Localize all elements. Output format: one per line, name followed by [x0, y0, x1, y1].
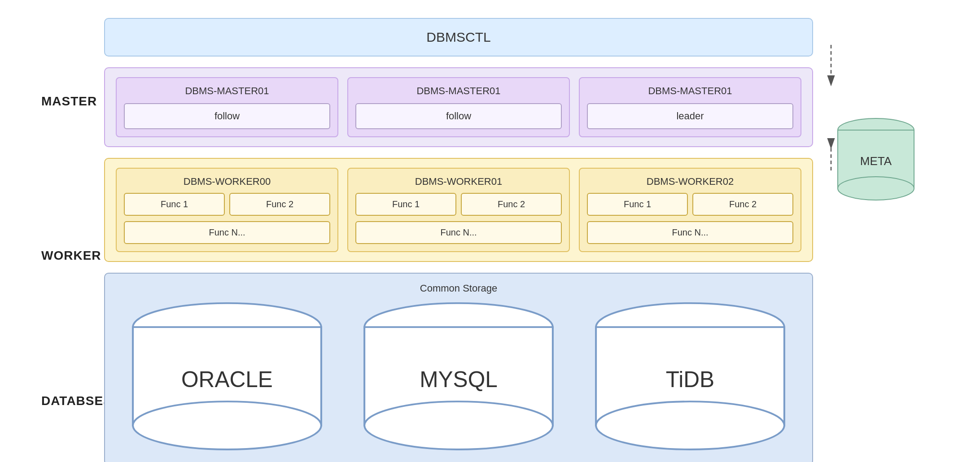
svg-text:MYSQL: MYSQL	[420, 367, 498, 392]
worker-1-funcN: Func N...	[355, 221, 562, 244]
svg-point-16	[596, 401, 784, 449]
databases-row: ORACLE MYSQL	[116, 301, 801, 455]
master-node-2: DBMS-MASTER01 follow	[347, 77, 570, 137]
worker-node-1: DBMS-WORKER01 Func 1 Func 2 Func N...	[347, 168, 570, 252]
worker-node-0: DBMS-WORKER00 Func 1 Func 2 Func N...	[116, 168, 338, 252]
main-content: DBMSCTL DBMS-MASTER01 follow DBMS-MASTER…	[104, 18, 813, 462]
meta-container: META	[831, 117, 921, 206]
worker-node-2: DBMS-WORKER02 Func 1 Func 2 Func N...	[579, 168, 801, 252]
tidb-cylinder: TiDB	[579, 301, 801, 455]
svg-point-24	[838, 177, 914, 200]
databases-section-title: Common Storage	[116, 283, 801, 294]
worker-node-1-title: DBMS-WORKER01	[355, 176, 562, 187]
master-node-1-role: follow	[124, 103, 330, 129]
svg-text:TiDB: TiDB	[666, 367, 714, 392]
svg-text:ORACLE: ORACLE	[181, 367, 273, 392]
master-node-3-title: DBMS-MASTER01	[648, 85, 732, 97]
svg-text:META: META	[860, 154, 892, 168]
master-section: DBMS-MASTER01 follow DBMS-MASTER01 follo…	[104, 67, 813, 147]
master-node-3-role: leader	[587, 103, 793, 129]
mysql-cylinder: MYSQL	[347, 301, 570, 455]
worker-1-func1: Func 1	[355, 193, 456, 216]
worker-0-funcs-row: Func 1 Func 2	[124, 193, 330, 216]
databases-label: DATABSES	[41, 394, 104, 408]
master-node-1-title: DBMS-MASTER01	[185, 85, 269, 97]
worker-label: WORKER	[41, 248, 104, 263]
worker-2-func2: Func 2	[692, 193, 793, 216]
dbmsctl-label: DBMSCTL	[426, 30, 490, 44]
master-node-1: DBMS-MASTER01 follow	[116, 77, 338, 137]
worker-node-2-title: DBMS-WORKER02	[587, 176, 793, 187]
oracle-svg: ORACLE	[116, 301, 338, 455]
master-node-3: DBMS-MASTER01 leader	[579, 77, 801, 137]
oracle-cylinder: ORACLE	[116, 301, 338, 455]
worker-0-funcN: Func N...	[124, 221, 330, 244]
master-node-2-role: follow	[355, 103, 562, 129]
worker-2-funcs-row: Func 1 Func 2	[587, 193, 793, 216]
svg-point-4	[133, 401, 321, 449]
worker-1-func2: Func 2	[461, 193, 562, 216]
worker-1-funcs-row: Func 1 Func 2	[355, 193, 562, 216]
mysql-svg: MYSQL	[347, 301, 570, 455]
tidb-svg: TiDB	[579, 301, 801, 455]
master-node-2-title: DBMS-MASTER01	[416, 85, 500, 97]
worker-0-func2: Func 2	[229, 193, 330, 216]
diagram-container: MASTER WORKER DATABSES DBMSCTL DBMS-MAST…	[41, 18, 939, 444]
svg-point-10	[364, 401, 553, 449]
worker-0-func1: Func 1	[124, 193, 225, 216]
dbmsctl-box: DBMSCTL	[104, 18, 813, 57]
worker-node-0-title: DBMS-WORKER00	[124, 176, 330, 187]
left-labels: MASTER WORKER DATABSES	[41, 18, 104, 408]
meta-svg: META	[831, 117, 921, 206]
right-meta: META	[813, 18, 939, 206]
master-label: MASTER	[41, 94, 104, 109]
worker-section: DBMS-WORKER00 Func 1 Func 2 Func N... DB…	[104, 158, 813, 262]
databases-section: Common Storage ORACLE	[104, 273, 813, 462]
worker-2-func1: Func 1	[587, 193, 688, 216]
worker-2-funcN: Func N...	[587, 221, 793, 244]
